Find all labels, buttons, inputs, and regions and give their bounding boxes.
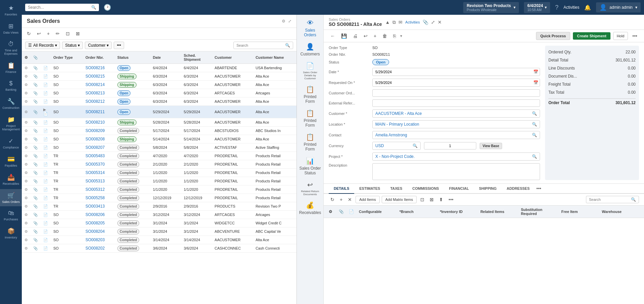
requested-on-input-wrap[interactable]: 📅 <box>372 79 540 87</box>
row-settings-icon[interactable]: ⚙ <box>24 204 28 208</box>
detail-copy-chevron-icon[interactable]: ▾ <box>400 34 402 38</box>
sidebar-item-construction[interactable]: 🔧 Construction <box>0 95 22 113</box>
row-attach-icon[interactable]: 📎 <box>33 83 38 87</box>
order-nbr-link[interactable]: SO008211 <box>86 110 105 114</box>
order-nbr-link[interactable]: SO008202 <box>86 246 105 251</box>
view-base-button[interactable]: View Base <box>480 143 502 149</box>
email-icon[interactable]: ✉ <box>398 19 402 25</box>
order-nbr-cell[interactable]: SO005483 <box>83 152 115 160</box>
date-calendar-icon[interactable]: 📅 <box>532 68 540 76</box>
order-nbr-cell[interactable]: SO008213 <box>83 89 115 97</box>
table-row[interactable]: ⚙ 📎 📄 TR SO005312 Completed 1/1/2020 1/1… <box>22 185 297 194</box>
all-records-filter[interactable]: ☰ All Records ▾ <box>25 42 60 49</box>
tab-estimates[interactable]: ESTIMATES <box>354 184 385 194</box>
detail-back-button[interactable]: ← <box>329 32 337 40</box>
order-nbr-link[interactable]: SO005483 <box>86 154 105 158</box>
order-nbr-cell[interactable]: SO008207 <box>83 143 115 152</box>
quick-nav-printed-form-1[interactable]: 📋 Printed Form <box>297 83 323 106</box>
items-search[interactable]: 🔍 <box>586 196 639 203</box>
row-settings-icon[interactable]: ⚙ <box>24 110 28 114</box>
row-settings-icon[interactable]: ⚙ <box>24 171 28 175</box>
row-settings-icon[interactable]: ⚙ <box>24 213 28 217</box>
export-button[interactable]: ⊠ <box>74 30 82 37</box>
order-nbr-link[interactable]: SO008210 <box>86 120 105 125</box>
row-attach-icon[interactable]: 📎 <box>33 110 38 114</box>
row-settings-icon[interactable]: ⚙ <box>24 66 28 70</box>
items-delete-button[interactable]: ✕ <box>346 196 354 203</box>
row-attach-icon[interactable]: 📎 <box>33 145 38 149</box>
add-items-button[interactable]: Add Items <box>356 196 380 203</box>
list-search-input[interactable] <box>236 43 283 47</box>
table-row[interactable]: ⚙ 📎 📄 SO SO008210 Shipping 5/28/2024 5/2… <box>22 118 297 127</box>
sidebar-item-compliance[interactable]: ✓ Compliance <box>0 135 22 152</box>
row-settings-icon[interactable]: ⚙ <box>24 179 28 183</box>
row-settings-icon[interactable]: ⚙ <box>24 120 28 124</box>
external-refer-input[interactable] <box>372 99 540 107</box>
row-attach-icon[interactable]: 📎 <box>33 213 38 217</box>
date-input-wrap[interactable]: 📅 <box>372 68 540 76</box>
row-attach-icon[interactable]: 📎 <box>33 229 38 233</box>
tab-commissions[interactable]: COMMISSIONS <box>407 184 444 194</box>
undo-button[interactable]: ↩ <box>35 30 43 37</box>
table-row[interactable]: ⚙ 📎 📄 SO SO008207 Completed 5/8/2024 5/8… <box>22 143 297 152</box>
activities-button[interactable]: Activities <box>564 5 579 10</box>
row-attach-icon[interactable]: 📎 <box>33 74 38 78</box>
collapse-icon[interactable]: ▲ <box>385 19 390 25</box>
tab-shipping[interactable]: SHIPPING <box>474 184 502 194</box>
order-nbr-link[interactable]: SO008207 <box>86 145 105 150</box>
table-row[interactable]: ⚙ 📎 📄 SO SO008202 Completed 3/6/2024 3/6… <box>22 244 297 253</box>
row-settings-icon[interactable]: ⚙ <box>24 246 28 250</box>
order-nbr-cell[interactable]: SO008209 <box>83 127 115 135</box>
row-attach-icon[interactable]: 📎 <box>33 66 38 70</box>
order-nbr-link[interactable]: SO008204 <box>86 229 105 234</box>
order-nbr-cell[interactable]: SO008208 <box>83 135 115 143</box>
order-nbr-link[interactable]: SO008212 <box>86 99 105 104</box>
tab-financial[interactable]: FINANCIAL <box>444 184 474 194</box>
expand-icon[interactable]: ⤢ <box>288 19 291 24</box>
row-settings-icon[interactable]: ⚙ <box>24 221 28 225</box>
row-settings-icon[interactable]: ⚙ <box>24 91 28 95</box>
table-row[interactable]: ⚙ 📎 📄 SO SO008209 Completed 5/17/2024 5/… <box>22 127 297 135</box>
sidebar-item-time-expenses[interactable]: ⏱ Time and Expenses <box>0 38 22 59</box>
quick-nav-related-return[interactable]: ↩ Related Return Documents <box>297 178 323 199</box>
row-attach-icon[interactable]: 📎 <box>33 196 38 200</box>
sidebar-item-inventory[interactable]: 📦 Inventory <box>0 225 22 242</box>
table-row[interactable]: ⚙ 📎 📄 TR SO005483 Completed 4/7/2020 4/7… <box>22 152 297 160</box>
date-input[interactable] <box>373 69 532 75</box>
sidebar-item-sales-orders[interactable]: 🛒 Sales Orders <box>0 189 22 207</box>
order-nbr-link[interactable]: SO005370 <box>86 162 105 167</box>
more-actions-button[interactable]: ••• <box>631 33 639 39</box>
row-attach-icon[interactable]: 📎 <box>33 179 38 183</box>
sidebar-item-purchases[interactable]: 🛍 Purchases <box>0 207 22 224</box>
list-search[interactable]: 🔍 <box>233 42 293 49</box>
row-settings-icon[interactable]: ⚙ <box>24 129 28 133</box>
row-settings-icon[interactable]: ⚙ <box>24 83 28 87</box>
tab-details[interactable]: DETAILS <box>329 184 354 194</box>
row-settings-icon[interactable]: ⚙ <box>24 74 28 78</box>
table-row[interactable]: ⚙ 📎 📄 SO SO008216 Open 6/4/2024 6/4/2024… <box>22 64 297 72</box>
more-filter[interactable]: ••• <box>114 42 124 49</box>
global-search-input[interactable] <box>28 5 90 10</box>
row-attach-icon[interactable]: 📎 <box>33 238 38 242</box>
maximize-icon[interactable]: ⤢ <box>431 19 435 25</box>
tab-addresses[interactable]: ADDRESSES <box>502 184 535 194</box>
detail-copy-button[interactable]: ⎘ <box>391 32 397 40</box>
row-settings-icon[interactable]: ⚙ <box>24 99 28 103</box>
edit-button[interactable]: ✏ <box>54 30 61 37</box>
table-row[interactable]: ⚙ 📎 📄 SO SO008204 Completed 3/1/2024 3/1… <box>22 227 297 236</box>
customer-selector[interactable]: AACUSTOMER - Alta Ace 🔍 <box>372 110 540 118</box>
fit-button[interactable]: ⊡ <box>64 30 71 37</box>
table-row[interactable]: ⚙ 📎 📄 SO SO008214 Shipping 6/3/2024 6/3/… <box>22 81 297 89</box>
table-row[interactable]: ⚙ 📎 📄 SO SO008203 Completed 3/14/2024 3/… <box>22 236 297 244</box>
order-nbr-link[interactable]: SO005258 <box>86 196 105 200</box>
sidebar-item-banking[interactable]: $ Banking <box>0 77 22 94</box>
row-settings-icon[interactable]: ⚙ <box>24 154 28 158</box>
items-refresh-button[interactable]: ↻ <box>329 196 336 203</box>
currency-multiplier[interactable] <box>424 142 476 149</box>
location-selector[interactable]: MAIN - Primary Location 🔍 <box>372 120 540 128</box>
row-settings-icon[interactable]: ⚙ <box>24 162 28 166</box>
row-attach-icon[interactable]: 📎 <box>33 137 38 141</box>
requested-on-calendar-icon[interactable]: 📅 <box>532 79 540 86</box>
order-nbr-cell[interactable]: SO008212 <box>83 97 115 106</box>
table-row[interactable]: ⚙ 📎 📄 SO SO008206 Completed 3/12/2024 3/… <box>22 211 297 219</box>
